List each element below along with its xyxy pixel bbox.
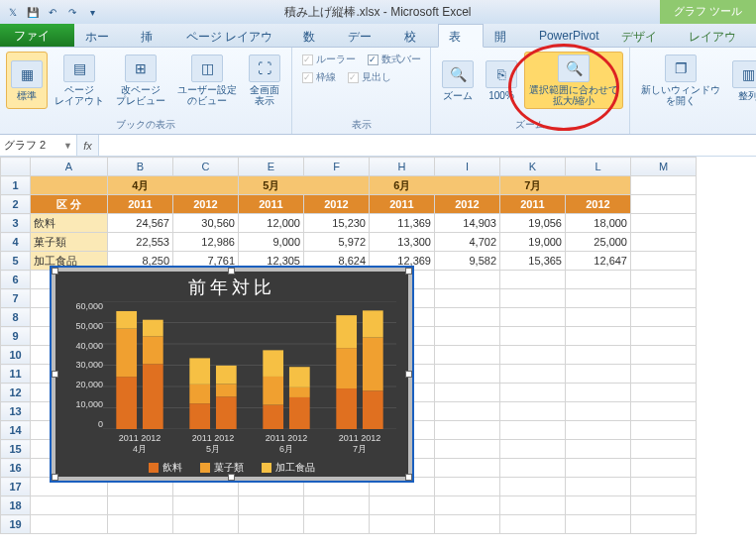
cell[interactable] [500, 289, 566, 308]
chevron-down-icon[interactable]: ▼ [63, 141, 72, 151]
tab-layout[interactable]: レイアウト [678, 24, 756, 47]
cell[interactable] [631, 402, 697, 421]
cell[interactable] [500, 478, 566, 496]
chart-legend[interactable]: 飲料 菓子類 加工食品 [55, 461, 408, 475]
row-header[interactable]: 8 [1, 308, 31, 327]
cell[interactable]: 24,567 [108, 214, 173, 233]
view-page-break-button[interactable]: ⊞改ページ プレビュー [111, 52, 170, 109]
cell[interactable] [435, 327, 500, 346]
resize-handle[interactable] [52, 371, 58, 378]
cell[interactable] [631, 252, 697, 271]
resize-handle[interactable] [228, 474, 235, 481]
col-header[interactable]: E [239, 158, 304, 176]
cell[interactable]: 9,582 [435, 252, 500, 271]
row-header[interactable]: 15 [1, 440, 31, 459]
cell[interactable] [304, 176, 370, 195]
fx-icon[interactable]: fx [77, 135, 99, 156]
zoom-button[interactable]: 🔍ズーム [437, 52, 479, 109]
cell[interactable]: 5,972 [304, 233, 370, 252]
cell[interactable] [435, 478, 500, 496]
new-window-button[interactable]: ❐新しいウィンドウ を開く [636, 52, 725, 109]
row-header[interactable]: 7 [1, 289, 31, 308]
cell[interactable]: 区 分 [31, 195, 108, 214]
cell[interactable] [304, 496, 370, 515]
row-header[interactable]: 17 [1, 478, 31, 496]
cell[interactable] [631, 233, 697, 252]
tab-file[interactable]: ファイル [0, 24, 74, 47]
cell[interactable] [31, 515, 108, 534]
cell[interactable] [435, 271, 500, 289]
cell[interactable] [500, 384, 566, 402]
tab-developer[interactable]: 開発 [484, 24, 528, 47]
resize-handle[interactable] [405, 371, 412, 378]
cell[interactable] [631, 289, 697, 308]
cell[interactable] [631, 308, 697, 327]
row-header[interactable]: 18 [1, 496, 31, 515]
row-header[interactable]: 4 [1, 233, 31, 252]
row-header[interactable]: 13 [1, 402, 31, 421]
cell[interactable] [31, 496, 108, 515]
cell[interactable]: 14,903 [435, 214, 500, 233]
cell[interactable] [31, 176, 108, 195]
formula-input[interactable] [99, 135, 756, 156]
col-header[interactable]: L [566, 158, 631, 176]
cell[interactable] [631, 440, 697, 459]
cell[interactable] [631, 384, 697, 402]
cell[interactable] [108, 496, 173, 515]
row-header[interactable]: 5 [1, 252, 31, 271]
col-header[interactable]: I [435, 158, 500, 176]
cell[interactable] [566, 271, 631, 289]
cell[interactable] [631, 176, 697, 195]
cell[interactable]: 2012 [304, 195, 370, 214]
undo-button[interactable]: ↶ [44, 3, 61, 21]
view-normal-button[interactable]: ▦標準 [6, 52, 48, 109]
cell[interactable]: 15,230 [304, 214, 370, 233]
cell[interactable]: 2011 [370, 195, 435, 214]
cell[interactable] [173, 496, 239, 515]
cell[interactable] [500, 271, 566, 289]
cell[interactable]: 30,560 [173, 214, 239, 233]
cell[interactable] [631, 195, 697, 214]
cell[interactable] [500, 365, 566, 384]
cell[interactable] [566, 496, 631, 515]
cell[interactable]: 13,300 [370, 233, 435, 252]
tab-review[interactable]: 校閲 [393, 24, 438, 47]
cell[interactable] [500, 402, 566, 421]
cell[interactable]: 11,369 [370, 214, 435, 233]
col-header[interactable]: M [631, 158, 697, 176]
tab-design[interactable]: デザイン [610, 24, 678, 47]
cell[interactable]: 7月 [500, 176, 566, 195]
col-header[interactable]: A [31, 158, 108, 176]
tab-data[interactable]: データ [337, 24, 393, 47]
row-header[interactable]: 19 [1, 515, 31, 534]
cell[interactable] [435, 440, 500, 459]
cell[interactable] [239, 496, 304, 515]
resize-handle[interactable] [52, 474, 58, 481]
cell[interactable] [631, 346, 697, 365]
redo-button[interactable]: ↷ [63, 3, 81, 21]
col-header[interactable]: C [173, 158, 239, 176]
cell[interactable] [500, 496, 566, 515]
cell[interactable]: 2012 [566, 195, 631, 214]
cell[interactable]: 15,365 [500, 252, 566, 271]
tab-formulas[interactable]: 数式 [292, 24, 337, 47]
cell[interactable] [435, 365, 500, 384]
cell[interactable] [566, 327, 631, 346]
cell[interactable]: 2012 [173, 195, 239, 214]
tab-insert[interactable]: 挿入 [130, 24, 174, 47]
tab-home[interactable]: ホーム [74, 24, 131, 47]
cell[interactable]: 19,056 [500, 214, 566, 233]
row-header[interactable]: 10 [1, 346, 31, 365]
cell[interactable]: 22,553 [108, 233, 173, 252]
cell[interactable] [566, 402, 631, 421]
cell[interactable] [566, 440, 631, 459]
cell[interactable] [566, 365, 631, 384]
view-full-screen-button[interactable]: ⛶全画面 表示 [244, 52, 285, 109]
save-button[interactable]: 💾 [24, 3, 42, 21]
cell[interactable] [566, 346, 631, 365]
row-header[interactable]: 16 [1, 459, 31, 478]
cell[interactable] [631, 327, 697, 346]
cell[interactable]: 飲料 [31, 214, 108, 233]
cell[interactable] [435, 459, 500, 478]
cell[interactable]: 6月 [370, 176, 435, 195]
